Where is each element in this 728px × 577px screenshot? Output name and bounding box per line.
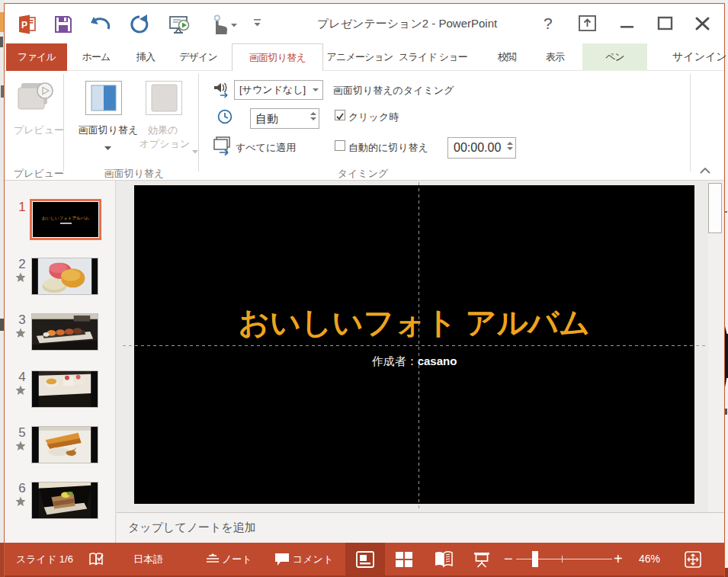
zoom-slider-thumb[interactable] (532, 551, 538, 567)
notes-pane[interactable]: タップしてノートを追加 (117, 512, 724, 543)
touch-mouse-mode-button[interactable] (207, 14, 227, 34)
help-button[interactable]: ? (538, 14, 558, 37)
transition-gallery-dropdown-icon[interactable] (104, 140, 112, 154)
window-title: プレゼンテーション2 - PowerPoint (317, 17, 492, 31)
horizontal-guide[interactable] (123, 345, 717, 346)
collapse-ribbon-button[interactable] (697, 165, 714, 178)
duration-icon (217, 109, 234, 129)
svg-text:?: ? (544, 14, 553, 32)
notes-placeholder[interactable]: タップしてノートを追加 (128, 521, 256, 535)
spellcheck-button[interactable] (82, 543, 112, 575)
transition-star-icon[interactable] (15, 272, 26, 283)
zoom-in-button[interactable]: + (614, 543, 623, 575)
tab-insert[interactable]: 挿入 (124, 43, 167, 71)
tab-animations[interactable]: アニメーション (322, 43, 397, 71)
spinner-arrows-icon[interactable] (309, 110, 317, 123)
normal-view-button[interactable] (345, 543, 385, 575)
slide-counter[interactable]: スライド 1/6 (16, 543, 73, 575)
zoom-slider[interactable] (516, 559, 612, 559)
after-checkbox[interactable] (335, 140, 345, 151)
comments-button[interactable]: コメント (293, 543, 333, 575)
ribbon: プレビュー プレビュー 画面切り替え 効果の オプション 画面切り替え (5, 71, 724, 180)
slide-sorter-view-button[interactable] (384, 543, 424, 575)
minimize-button[interactable] (618, 14, 638, 37)
group-separator (63, 74, 64, 171)
tab-slideshow[interactable]: スライド ショー (395, 43, 471, 71)
title-bar: P (5, 4, 724, 43)
duration-value: 自動 (255, 112, 278, 125)
after-time-spinner[interactable]: 00:00.00 (447, 137, 516, 159)
thumbnail-title-text: おいしいフォトアルバム (33, 216, 98, 221)
spinner-arrows-icon[interactable] (505, 139, 514, 152)
transition-gallery-label[interactable]: 画面切り替え (78, 123, 139, 137)
reading-view-button[interactable] (424, 543, 463, 575)
tab-review[interactable]: 校閲 (483, 43, 531, 71)
sound-select[interactable]: [サウンドなし] (234, 80, 323, 100)
slide-thumbnail-1[interactable]: おいしいフォトアルバム (30, 199, 101, 240)
tab-view[interactable]: 表示 (531, 43, 579, 71)
slide-title[interactable]: おいしいフォト アルバム (134, 302, 694, 344)
on-click-checkbox[interactable] (335, 110, 345, 120)
powerpoint-logo-icon: P (18, 14, 38, 34)
vertical-scrollbar[interactable] (708, 181, 723, 512)
slide-thumbnail-3[interactable] (31, 313, 98, 351)
apply-to-all-button[interactable]: すべてに適用 (236, 141, 296, 155)
background-window-right-sliver (725, 0, 728, 577)
ribbon-display-options-button[interactable] (578, 14, 598, 37)
transition-star-icon[interactable] (15, 441, 26, 451)
timing-group-label: タイミング (302, 167, 424, 181)
transition-gallery-item[interactable] (85, 81, 122, 115)
editor-area: 1 おいしいフォトアルバム 2 (5, 181, 724, 543)
apply-to-all-icon (213, 136, 233, 158)
tab-file[interactable]: ファイル (6, 43, 67, 71)
language-button[interactable]: 日本語 (133, 543, 163, 575)
slide-editor[interactable]: おいしいフォト アルバム 作成者：casano (134, 185, 694, 504)
preview-button-icon (17, 82, 58, 117)
start-slideshow-button[interactable] (168, 14, 188, 34)
fit-slide-to-window-button[interactable] (675, 543, 710, 575)
close-button[interactable] (693, 14, 713, 37)
group-separator (198, 74, 199, 171)
transition-star-icon[interactable] (15, 328, 26, 338)
zoom-level[interactable]: 46% (639, 543, 660, 575)
redo-button[interactable] (129, 14, 149, 34)
sign-in-link[interactable]: サインイン (672, 43, 727, 71)
transition-star-icon[interactable] (15, 496, 26, 507)
transition-star-icon[interactable] (15, 385, 26, 396)
save-button[interactable] (53, 14, 73, 34)
vertical-scrollbar-thumb[interactable] (708, 183, 722, 233)
slide-thumbnail-2[interactable] (31, 258, 98, 295)
slide-thumbnail-4[interactable] (31, 370, 98, 408)
svg-text:P: P (21, 20, 27, 30)
vertical-guide[interactable] (419, 182, 419, 508)
comments-icon[interactable] (272, 543, 292, 575)
maximize-button[interactable] (656, 14, 675, 37)
slideshow-view-button[interactable] (462, 543, 502, 575)
customize-qat-button[interactable] (252, 18, 272, 37)
transition-group-label: 画面切り替え (81, 167, 188, 181)
zoom-out-button[interactable]: − (504, 543, 513, 575)
preview-group-label: プレビュー (12, 167, 66, 181)
slide-thumbnail-5[interactable] (31, 426, 98, 463)
undo-button[interactable] (90, 14, 110, 34)
duration-spinner[interactable]: 自動 (250, 108, 319, 129)
notes-icon[interactable] (204, 543, 221, 575)
group-separator (690, 74, 691, 171)
slide-thumbnail-6[interactable] (31, 482, 98, 519)
tab-home[interactable]: ホーム (73, 43, 119, 71)
slide-number: 2 (15, 257, 29, 272)
preview-button[interactable]: プレビュー (11, 123, 67, 137)
slide-author[interactable]: 作成者：casano (134, 354, 694, 369)
effect-options-button[interactable]: 効果の (136, 123, 190, 137)
notes-button[interactable]: ノート (222, 543, 252, 575)
tab-transitions[interactable]: 画面切り替え (232, 43, 323, 71)
powerpoint-window: P (0, 0, 728, 577)
slide-number: 3 (15, 313, 29, 328)
tab-design[interactable]: デザイン (171, 43, 226, 71)
sound-icon (213, 81, 231, 101)
status-bar: スライド 1/6 日本語 ノート コメント (5, 543, 724, 575)
after-time-value: 00:00.00 (454, 141, 501, 154)
tab-pen[interactable]: ペン (582, 43, 647, 71)
slide-thumbnail-panel: 1 おいしいフォトアルバム 2 (5, 181, 116, 543)
effect-options-button-line2[interactable]: オプション (136, 137, 194, 151)
